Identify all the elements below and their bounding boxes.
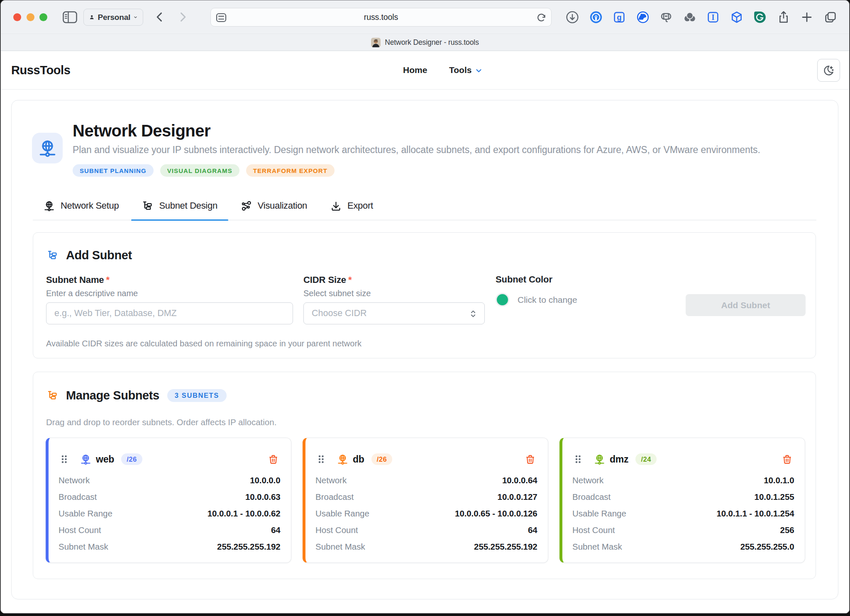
moon-stars-icon: [823, 65, 835, 76]
subnet-card-web: web /26 Network10.0.0.0 Broadcast10.0.0.…: [46, 438, 291, 563]
add-subnet-panel: Add Subnet Subnet Name* Enter a descript…: [33, 232, 816, 358]
share-icon[interactable]: [777, 10, 790, 24]
tab-subnet-design[interactable]: Subnet Design: [131, 192, 228, 220]
downloads-icon[interactable]: [566, 10, 579, 24]
bear-browser-icon[interactable]: [636, 10, 650, 24]
subnet-network-row: Network10.0.0.0: [59, 472, 281, 489]
subnet-host-count-row: Host Count64: [59, 522, 281, 538]
network-icon: [44, 200, 55, 212]
address-bar[interactable]: russ.tools: [210, 8, 552, 27]
active-tab-title[interactable]: Network Designer - russ.tools: [385, 38, 479, 47]
brand-logo[interactable]: RussTools: [11, 63, 71, 77]
person-icon: [89, 13, 94, 22]
browser-tab-bar: Network Designer - russ.tools: [1, 34, 849, 51]
svg-text:I: I: [711, 13, 714, 22]
subnet-usable-range-row: Usable Range10.0.0.65 - 10.0.0.126: [315, 505, 537, 522]
tab-visualization[interactable]: Visualization: [230, 192, 318, 220]
subnet-color-label: Subnet Color: [496, 274, 577, 285]
page-title: Network Designer: [73, 121, 760, 140]
new-tab-icon[interactable]: [800, 10, 813, 24]
add-subnet-heading: Add Subnet: [66, 248, 132, 262]
window-controls: [13, 13, 47, 21]
badge-terraform-export: TERRAFORM EXPORT: [246, 164, 335, 177]
subnet-mask-row: Subnet Mask255.255.255.192: [59, 538, 281, 555]
chart-dots-icon: [241, 200, 252, 212]
tool-card: Network Designer Plan and visualize your…: [11, 100, 838, 599]
subnet-tree-icon: [142, 200, 153, 212]
subnet-broadcast-row: Broadcast10.0.0.127: [315, 489, 537, 505]
tool-tabs: Network Setup Subnet Design Visualizatio…: [33, 192, 816, 220]
page-settings-icon[interactable]: [216, 12, 227, 23]
subnet-cidr-badge: /26: [371, 453, 392, 465]
chevron-down-icon: [475, 67, 482, 74]
subnet-count-badge: 3 SUBNETS: [167, 389, 227, 402]
back-button[interactable]: [154, 11, 166, 23]
add-subnet-button[interactable]: Add Subnet: [686, 294, 806, 316]
subnet-tree-icon: [47, 250, 58, 261]
tab-favicon: [371, 38, 381, 47]
sidebar-toggle-icon[interactable]: [62, 10, 78, 24]
subnet-mask-row: Subnet Mask255.255.255.192: [315, 538, 537, 555]
subnet-name-label: Subnet Name*: [46, 275, 293, 285]
mastodon-icon[interactable]: [659, 10, 673, 24]
url-text[interactable]: russ.tools: [211, 12, 551, 22]
required-asterisk: *: [348, 275, 352, 285]
network-icon: [80, 454, 91, 465]
network-icon: [594, 454, 605, 465]
subnet-usable-range-row: Usable Range10.0.1.1 - 10.0.1.254: [572, 505, 794, 522]
subnet-host-count-row: Host Count64: [315, 522, 537, 538]
subnet-list: web /26 Network10.0.0.0 Broadcast10.0.0.…: [46, 438, 805, 563]
subnet-cidr-badge: /26: [121, 453, 142, 465]
color-swatch-hint: Click to change: [518, 295, 577, 305]
svg-text:g: g: [617, 13, 621, 22]
subnet-name: db: [353, 454, 364, 465]
page-description: Plan and visualize your IP subnets inter…: [73, 144, 760, 156]
subnet-broadcast-row: Broadcast10.0.0.63: [59, 489, 281, 505]
cidr-size-label: CIDR Size*: [303, 275, 485, 285]
subnet-network-row: Network10.0.0.64: [315, 472, 537, 489]
dark-mode-toggle[interactable]: [817, 59, 840, 82]
subnet-name-input[interactable]: [54, 308, 285, 319]
manage-subnets-panel: Manage Subnets 3 SUBNETS Drag and drop t…: [33, 372, 816, 579]
select-chevrons-icon: [469, 309, 478, 319]
subnet-usable-range-row: Usable Range10.0.0.1 - 10.0.0.62: [59, 505, 281, 522]
profile-switcher[interactable]: Personal: [83, 9, 143, 26]
trash-icon[interactable]: [525, 454, 535, 465]
nav-tools[interactable]: Tools: [449, 65, 482, 75]
subnet-network-row: Network10.0.1.0: [572, 472, 794, 489]
subnet-tree-icon: [47, 390, 58, 401]
color-swatch[interactable]: [496, 293, 509, 307]
trash-icon[interactable]: [782, 454, 792, 465]
required-asterisk: *: [106, 275, 109, 285]
minimize-window-button[interactable]: [27, 13, 34, 21]
subnet-mask-row: Subnet Mask255.255.255.0: [572, 538, 794, 555]
badge-subnet-planning: SUBNET PLANNING: [73, 164, 154, 177]
feature-badges: SUBNET PLANNING VISUAL DIAGRAMS TERRAFOR…: [73, 164, 760, 177]
toolbar-extensions: g: [566, 10, 837, 24]
profile-name: Personal: [98, 13, 130, 22]
network-icon: [38, 139, 57, 158]
forward-button[interactable]: [177, 11, 188, 23]
instapaper-icon[interactable]: I: [706, 10, 720, 24]
onepassword-icon[interactable]: [589, 10, 603, 24]
reorder-hint: Drag and drop to reorder subnets. Order …: [46, 417, 276, 427]
drag-handle-icon[interactable]: [575, 455, 581, 463]
reload-icon[interactable]: [536, 12, 547, 23]
cube-icon[interactable]: [730, 10, 743, 24]
subnet-name-hint: Enter a descriptive name: [46, 289, 293, 298]
zoom-window-button[interactable]: [39, 13, 47, 21]
ghostery-icon[interactable]: g: [613, 10, 626, 24]
cidr-select[interactable]: Choose CIDR: [303, 302, 485, 324]
network-icon: [337, 454, 348, 465]
close-window-button[interactable]: [13, 13, 21, 21]
tool-logo-tile: [32, 133, 63, 163]
tab-overview-icon[interactable]: [824, 10, 837, 24]
nav-home[interactable]: Home: [403, 65, 427, 75]
tab-network-setup[interactable]: Network Setup: [33, 192, 129, 220]
tab-export[interactable]: Export: [320, 192, 384, 220]
grammarly-icon[interactable]: [753, 10, 767, 24]
drag-handle-icon[interactable]: [61, 455, 67, 463]
clover-icon[interactable]: [683, 10, 696, 24]
trash-icon[interactable]: [268, 454, 278, 465]
drag-handle-icon[interactable]: [318, 455, 324, 463]
